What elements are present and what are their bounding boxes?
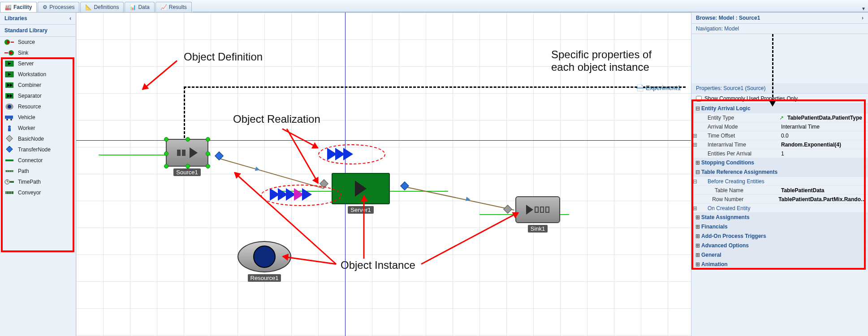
svg-point-20 (10, 119, 12, 121)
properties-header: Properties: Source1 (Source) (691, 83, 868, 94)
tab-definitions[interactable]: 📐 Definitions (80, 2, 124, 12)
prop-entity-type-value[interactable]: TablePatientData.PatientType (786, 114, 868, 122)
show-common-checkbox-row[interactable]: Show Commonly Used Properties Only (691, 94, 868, 104)
collapse-icon[interactable]: ⊟ (694, 105, 701, 112)
lib-worker[interactable]: Worker (0, 123, 76, 134)
lib-path[interactable]: Path (0, 166, 76, 177)
specific-dashed-arrow (772, 34, 773, 101)
vehicle-icon (4, 114, 14, 121)
lib-server-label: Server (18, 60, 34, 67)
libraries-title: Libraries (4, 15, 27, 22)
resource-label: Resource1 (248, 274, 281, 282)
svg-point-17 (8, 105, 11, 108)
prop-table-name-value[interactable]: TablePatientData (779, 186, 868, 194)
libraries-header[interactable]: Libraries ‹ (0, 13, 76, 25)
worker-icon (4, 125, 14, 132)
expand-icon[interactable]: ⊞ (691, 142, 699, 148)
browse-header[interactable]: Browse: Model : Source1 › (691, 13, 868, 24)
lib-timepath-label: TimePath (18, 179, 41, 185)
lib-separator[interactable]: Separator (0, 90, 76, 101)
lib-basicnode-label: BasicNode (18, 136, 44, 142)
definitions-icon: 📐 (85, 4, 92, 10)
chevron-right-icon[interactable]: › (862, 15, 864, 21)
lib-server[interactable]: Server (0, 58, 76, 69)
expand-icon[interactable]: ⊞ (694, 224, 701, 230)
tabbar-dropdown[interactable]: ▾ (859, 5, 868, 12)
expand-icon[interactable]: ⊞ (691, 205, 699, 211)
lib-path-label: Path (18, 168, 29, 174)
prop-time-offset-value[interactable]: 0.0 (779, 132, 868, 140)
lib-workstation[interactable]: Workstation (0, 69, 76, 80)
prop-arrival-mode-value[interactable]: Interarrival Time (779, 123, 868, 131)
tab-facility[interactable]: 🏭 Facility (0, 2, 37, 12)
tab-results[interactable]: 📈 Results (155, 2, 192, 12)
properties-panel: Browse: Model : Source1 › Navigation: Mo… (691, 13, 868, 336)
expand-icon[interactable]: ⊞ (691, 133, 699, 139)
expand-icon[interactable]: ⊞ (694, 233, 701, 239)
lib-combiner-label: Combiner (18, 82, 41, 88)
collapse-icon[interactable]: ‹ (69, 15, 71, 22)
facility-icon: 🏭 (5, 4, 12, 10)
main-tabbar: 🏭 Facility ⚙ Processes 📐 Definitions 📊 D… (0, 0, 868, 13)
section-advanced: Advanced Options (701, 242, 749, 249)
lib-conveyor-label: Conveyor (18, 190, 41, 196)
tab-data[interactable]: 📊 Data (125, 2, 154, 12)
source-node[interactable]: Source1 (166, 139, 208, 176)
path-icon (4, 168, 14, 175)
lib-connector[interactable]: Connector (0, 155, 76, 166)
lib-source[interactable]: Source (0, 37, 76, 47)
sink-label: Sink1 (528, 225, 548, 233)
svg-rect-24 (6, 146, 13, 152)
lib-basicnode[interactable]: BasicNode (0, 134, 76, 144)
prop-table-name: Table Name (699, 186, 779, 194)
prop-entities-per-value[interactable]: 1 (779, 150, 868, 158)
svg-rect-23 (6, 135, 13, 142)
lib-sink[interactable]: Sink (0, 47, 76, 58)
lib-vehicle-label: Vehicle (18, 114, 35, 121)
sink-icon (4, 49, 14, 56)
collapse-icon[interactable]: ⊟ (694, 169, 701, 175)
collapse-icon[interactable]: ⊟ (691, 178, 699, 185)
section-state: State Assignments (701, 214, 750, 220)
tab-processes[interactable]: ⚙ Processes (38, 2, 79, 12)
source-label: Source1 (173, 168, 200, 176)
tab-results-label: Results (169, 4, 187, 10)
prop-row-number: Row Number (696, 195, 777, 203)
server-node[interactable]: Server1 (332, 173, 390, 214)
dashed-callout-v (184, 86, 185, 138)
expand-icon[interactable]: ⊞ (694, 214, 701, 220)
prop-time-offset: Time Offset (699, 132, 779, 140)
properties-grid[interactable]: ⊟Entity Arrival Logic Entity Type↗TableP… (691, 104, 868, 336)
section-stopping: Stopping Conditions (701, 159, 754, 166)
path2-arrow (466, 197, 471, 202)
lib-transfernode[interactable]: TransferNode (0, 144, 76, 155)
expand-icon[interactable]: ⊞ (694, 242, 701, 249)
show-common-label: Show Commonly Used Properties Only (704, 95, 798, 102)
tab-facility-label: Facility (13, 4, 32, 10)
lib-connector-label: Connector (18, 157, 43, 164)
sink-node[interactable]: Sink1 (515, 196, 560, 233)
section-before-creating: Before Creating Entities (699, 177, 779, 185)
navigation-header[interactable]: Navigation: Model (691, 24, 868, 34)
tab-data-label: Data (138, 4, 149, 10)
lib-resource[interactable]: Resource (0, 101, 76, 112)
lib-workstation-label: Workstation (18, 71, 46, 78)
inst-arrow-server (363, 196, 365, 259)
expand-icon[interactable]: ⊞ (694, 159, 701, 166)
show-common-checkbox[interactable] (696, 96, 702, 102)
resource-node[interactable]: Resource1 (238, 241, 291, 282)
lib-vehicle[interactable]: Vehicle (0, 112, 76, 123)
expand-icon[interactable]: ⊞ (694, 252, 701, 258)
expand-icon[interactable]: ⊞ (694, 261, 701, 267)
realization-lower (270, 188, 312, 201)
model-canvas[interactable]: Source1 Server1 Sink1 Resource1 (76, 13, 691, 336)
data-icon: 📊 (130, 4, 136, 10)
prop-interarrival-value[interactable]: Random.Exponential(4) (779, 141, 868, 149)
lib-combiner[interactable]: Combiner (0, 80, 76, 90)
lib-timepath[interactable]: TimePath (0, 177, 76, 187)
processes-icon: ⚙ (43, 4, 48, 10)
server-label: Server1 (348, 206, 374, 214)
prop-row-number-value[interactable]: TablePatientData.PartMix.Rando… (777, 195, 868, 203)
standard-library-section[interactable]: Standard Library (0, 25, 76, 37)
lib-conveyor[interactable]: Conveyor (0, 187, 76, 198)
